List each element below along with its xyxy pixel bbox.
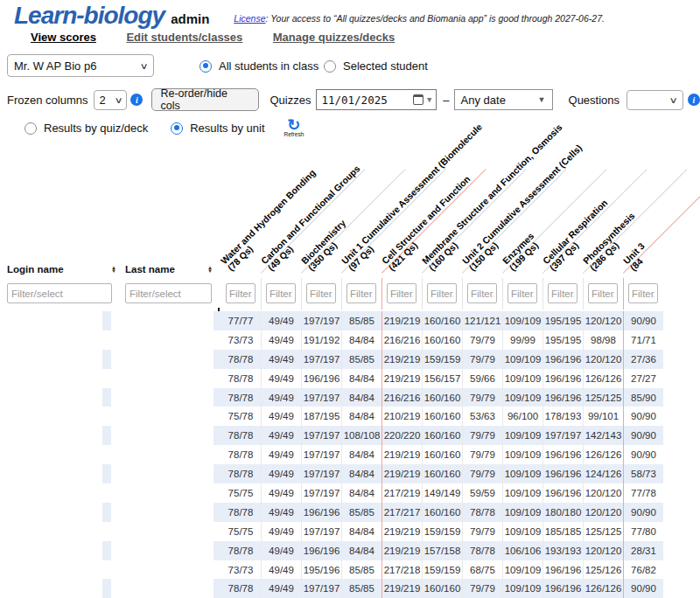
table-row[interactable]: 75/7849/49187/19584/84210/219160/16053/6… [0,407,663,426]
nav-manage-quizzes-decks[interactable]: Manage quizzes/decks [273,31,395,44]
score-cell: 120/120 [583,311,623,330]
questions-select[interactable]: ∨ [626,90,683,110]
table-row[interactable]: 78/7849/49197/19785/85219/219160/16079/7… [0,579,663,598]
score-cell: 90/90 [623,445,663,464]
score-cell: 195/195 [542,311,583,330]
selected-student-radio[interactable] [324,60,336,73]
score-filter-input[interactable] [588,283,618,303]
filter-column-separator [422,278,423,309]
app-logo: Learn-biology [14,2,164,30]
license-link[interactable]: License [234,13,265,24]
score-cell: 109/109 [502,311,542,330]
results-by-quiz-label: Results by quiz/deck [44,122,148,135]
class-select[interactable]: Mr. W AP Bio p6 ∨ [7,54,154,77]
filter-column-separator [502,278,503,309]
questions-info-icon[interactable]: i [688,94,700,106]
quiz-date-from-input[interactable]: 11/01/2025 ▼ [316,89,437,110]
filter-column-separator [341,278,342,309]
last-name-cell [111,407,214,426]
table-row[interactable]: 73/7349/49191/19284/84216/216160/16079/7… [0,330,663,350]
score-filter-input[interactable] [508,283,537,303]
frozen-columns-info-icon[interactable]: i [130,94,143,106]
score-cell: 120/120 [583,503,623,522]
sort-icon[interactable]: ▲▼ [207,266,213,274]
score-cell: 197/197 [301,445,341,464]
score-cell: 109/109 [502,426,542,445]
table-row[interactable]: 78/7849/49196/19685/85217/217160/16078/7… [0,503,663,522]
score-cell: 160/160 [422,407,462,426]
score-cell: 85/85 [341,503,382,522]
all-students-radio[interactable] [200,60,212,73]
login-name-cell [0,369,102,388]
score-cell: 196/196 [542,445,583,464]
score-filter-input[interactable] [628,283,658,303]
score-filter-input[interactable] [548,283,578,303]
score-cell: 219/219 [382,445,422,464]
table-row[interactable]: 77/7749/49197/19785/85219/219160/160121/… [0,311,663,330]
results-by-quiz-radio[interactable] [24,122,37,135]
score-cell: 160/160 [422,330,462,350]
score-cell: 49/49 [261,330,301,350]
score-cell: 109/109 [502,560,542,580]
score-cell: 85/85 [341,350,382,369]
score-cell: 196/196 [542,483,583,503]
table-row[interactable]: 78/7849/49197/19784/84216/216160/16079/7… [0,388,663,407]
score-filter-input[interactable] [266,283,296,303]
table-row[interactable]: 78/7849/49197/19784/84219/219160/16079/7… [0,445,663,464]
score-cell: 197/197 [301,311,341,330]
refresh-button[interactable]: ↻ Refresh [284,119,304,137]
last-name-filter-input[interactable] [125,283,212,303]
score-cell: 78/78 [220,503,261,522]
date-dropdown-icon[interactable]: ▼ [427,95,431,104]
results-by-unit-radio[interactable] [171,122,183,135]
table-row[interactable]: 78/7849/49197/19785/85219/219159/15979/7… [0,350,663,369]
login-name-filter-input[interactable] [7,283,112,303]
score-filter-input[interactable] [306,283,336,303]
score-cell: 142/143 [583,426,623,445]
frozen-columns-select[interactable]: 2 ∨ [94,90,127,110]
score-cell: 197/197 [301,483,341,503]
score-cell: 77/77 [220,311,261,330]
nav-edit-students-classes[interactable]: Edit students/classes [126,31,242,44]
last-name-cell [111,503,214,522]
score-filter-input[interactable] [346,283,376,303]
table-row[interactable]: 78/7849/49197/19784/84219/219160/16079/7… [0,464,663,483]
score-cell: 219/219 [382,350,422,369]
login-name-header[interactable]: Login name ▲▼ [7,264,116,275]
quiz-date-to-select[interactable]: Any date ▼ [454,89,553,110]
score-filter-input[interactable] [387,283,416,303]
table-row[interactable]: 73/7349/49195/19685/85217/218159/15968/7… [0,560,663,580]
score-cell: 196/196 [542,388,583,407]
table-row[interactable]: 75/7549/49197/19784/84217/219149/14959/5… [0,483,663,503]
score-cell: 49/49 [261,522,301,541]
login-name-cell [0,445,102,464]
last-name-header[interactable]: Last name ▲▼ [125,264,213,275]
score-cell: 180/180 [542,503,583,522]
login-name-cell [0,407,102,426]
score-cell: 73/73 [220,330,261,350]
table-row[interactable]: 78/7849/49196/19684/84219/219157/15878/7… [0,541,663,560]
score-cell: 126/126 [583,369,623,388]
table-row[interactable]: 75/7549/49197/19784/84219/219159/15979/7… [0,522,663,541]
score-cell: 197/197 [301,522,341,541]
reorder-hide-cols-button[interactable]: Re-order/hide cols [151,88,258,111]
table-row[interactable]: 78/7849/49197/197108/108220/220160/16079… [0,426,663,445]
score-cell: 178/193 [542,407,583,426]
score-cell: 78/78 [220,388,261,407]
score-cell: 49/49 [261,503,301,522]
score-cell: 217/218 [382,560,422,580]
last-name-cell [111,350,214,369]
score-cell: 49/49 [261,369,301,388]
chevron-down-icon: ∨ [115,95,123,105]
table-row[interactable]: 78/7849/49196/19684/84219/219156/15759/6… [0,369,663,388]
nav-view-scores[interactable]: View scores [31,31,96,44]
score-filter-input[interactable] [226,283,256,303]
score-cell: 156/157 [422,369,462,388]
score-cell: 78/78 [220,350,261,369]
score-filter-input[interactable] [427,283,457,303]
sort-icon[interactable]: ▲▼ [111,266,116,274]
score-filter-input[interactable] [467,283,497,303]
questions-label: Questions [569,94,620,107]
calendar-icon[interactable] [413,94,424,105]
score-cell: 157/158 [422,541,462,560]
